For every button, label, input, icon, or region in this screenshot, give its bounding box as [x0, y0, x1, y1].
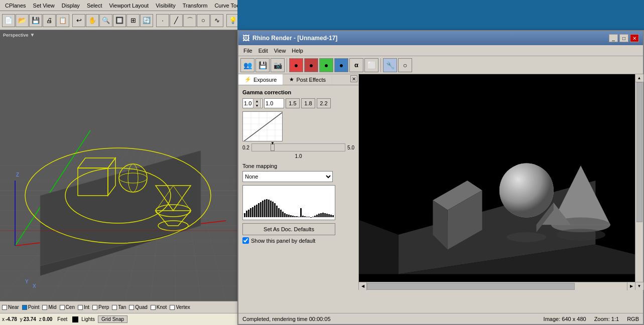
- slider-min-label: 0.2: [242, 145, 249, 150]
- gamma-graph-svg: [243, 112, 283, 141]
- render-tb-wrench[interactable]: 🔧: [383, 58, 397, 72]
- panel-close-x[interactable]: ✕: [350, 75, 357, 82]
- tone-mapping-select[interactable]: None Black White Point Logarithmic: [242, 171, 333, 182]
- toolbar-rotate[interactable]: 🔄: [140, 14, 153, 27]
- render-menu-file[interactable]: File: [240, 47, 255, 55]
- grid-snap-button[interactable]: Grid Snap: [98, 315, 127, 323]
- menu-visibility[interactable]: Visibility: [153, 2, 179, 10]
- render-completed-text: Completed, rendering time 00:00:05: [242, 316, 331, 322]
- menu-select[interactable]: Select: [84, 2, 105, 10]
- toolbar-point[interactable]: ·: [156, 14, 169, 27]
- render-tb-circle[interactable]: ○: [398, 58, 412, 72]
- render-tb-green[interactable]: ●: [319, 58, 333, 72]
- render-scene-svg: [359, 74, 635, 282]
- svg-text:Y: Y: [25, 279, 29, 284]
- snap-quad[interactable]: Quad: [129, 304, 147, 310]
- render-tb-red2[interactable]: ●: [304, 58, 318, 72]
- panel-content: Gamma correction 1.0 ▲ ▼ 1.0 1.5 1.8: [238, 85, 358, 290]
- menu-viewportlayout[interactable]: Viewport Layout: [106, 2, 152, 10]
- render-tb-red[interactable]: ●: [289, 58, 303, 72]
- set-defaults-button[interactable]: Set As Doc. Defaults: [242, 223, 335, 235]
- render-image-size: Image: 640 x 480: [544, 316, 586, 322]
- toolbar-pan[interactable]: ✋: [86, 14, 99, 27]
- toolbar-arc[interactable]: ⌒: [183, 14, 196, 27]
- toolbar-open[interactable]: 📂: [16, 14, 29, 27]
- toolbar-new[interactable]: 📄: [2, 14, 15, 27]
- snap-cen[interactable]: Cen: [60, 304, 75, 310]
- lights-indicator: [72, 316, 78, 322]
- gamma-value-input[interactable]: 1.0 ▲ ▼: [242, 98, 263, 108]
- render-hscrollbar[interactable]: ◀ ▶: [359, 282, 635, 290]
- tab-posteffects[interactable]: ★ Post Effects: [283, 74, 332, 85]
- render-restore-btn[interactable]: □: [619, 34, 628, 42]
- gamma-slider-track[interactable]: ▼: [251, 143, 345, 151]
- toolbar-zoom-ext[interactable]: ⊞: [126, 14, 140, 27]
- render-tb-people[interactable]: 👥: [240, 58, 254, 72]
- render-close-btn[interactable]: ✕: [630, 34, 639, 42]
- spin-up[interactable]: ▲: [253, 99, 261, 103]
- toolbar-line[interactable]: ╱: [170, 14, 183, 27]
- gamma-value2-input[interactable]: 1.0: [264, 98, 284, 108]
- render-menu-edit[interactable]: Edit: [255, 47, 271, 55]
- vscroll-down-btn[interactable]: ▼: [635, 282, 643, 290]
- show-panel-cb-input[interactable]: [242, 237, 249, 244]
- render-tb-cube[interactable]: ⬜: [364, 58, 378, 72]
- svg-rect-76: [286, 214, 288, 217]
- render-vscrollbar[interactable]: ▲ ▼: [635, 74, 643, 290]
- viewport-dropdown-icon[interactable]: ▼: [30, 32, 35, 38]
- svg-rect-92: [318, 214, 320, 217]
- coord-z: z 0.00: [39, 316, 52, 322]
- svg-rect-63: [260, 202, 262, 217]
- svg-rect-67: [268, 200, 270, 217]
- gamma-preset-15[interactable]: 1.5: [286, 98, 300, 108]
- snap-knot[interactable]: Knot: [151, 304, 167, 310]
- viewport-3d[interactable]: Perspective ▼: [0, 30, 237, 301]
- toolbar-zoom-window[interactable]: 🔲: [113, 14, 126, 27]
- toolbar-print[interactable]: 🖨: [43, 14, 56, 27]
- render-tb-blue[interactable]: ●: [334, 58, 348, 72]
- hscroll-track[interactable]: [367, 282, 627, 290]
- hscroll-left-btn[interactable]: ◀: [359, 282, 367, 290]
- gamma-preset-22[interactable]: 2.2: [317, 98, 331, 108]
- vscroll-up-btn[interactable]: ▲: [635, 74, 643, 82]
- snap-vertex[interactable]: Vertex: [170, 304, 190, 310]
- snap-perp[interactable]: Perp: [92, 304, 109, 310]
- svg-point-114: [507, 232, 547, 242]
- render-menu-help[interactable]: Help: [289, 47, 306, 55]
- gamma-preset-18[interactable]: 1.8: [301, 98, 315, 108]
- vscroll-thumb[interactable]: [636, 82, 642, 222]
- spin-down[interactable]: ▼: [253, 103, 261, 108]
- slider-current-val: 1.0: [242, 153, 354, 159]
- toolbar-save[interactable]: 💾: [29, 14, 42, 27]
- gamma-spinner[interactable]: ▲ ▼: [253, 98, 261, 108]
- snap-point[interactable]: Point: [22, 304, 40, 310]
- snap-mid[interactable]: Mid: [42, 304, 56, 310]
- toolbar-copy[interactable]: 📋: [56, 14, 69, 27]
- render-tb-alpha[interactable]: α: [349, 58, 363, 72]
- render-menu-view[interactable]: View: [271, 47, 289, 55]
- render-minimize-btn[interactable]: _: [609, 34, 618, 42]
- render-tb-camera[interactable]: 📷: [271, 58, 285, 72]
- menu-transform[interactable]: Transform: [180, 2, 211, 10]
- vscroll-track[interactable]: [636, 82, 643, 282]
- svg-text:X: X: [33, 283, 36, 289]
- snap-tan[interactable]: Tan: [112, 304, 126, 310]
- svg-point-115: [556, 229, 605, 241]
- render-tb-save[interactable]: 💾: [255, 58, 270, 72]
- toolbar-zoom-in[interactable]: 🔍: [99, 14, 112, 27]
- hscroll-right-btn[interactable]: ▶: [627, 282, 635, 290]
- svg-rect-57: [248, 210, 249, 217]
- svg-rect-78: [290, 215, 292, 217]
- menu-setview[interactable]: Set View: [30, 2, 58, 10]
- tab-exposure[interactable]: ⚡ Exposure: [238, 74, 283, 85]
- menu-display[interactable]: Display: [59, 2, 83, 10]
- hscroll-thumb[interactable]: [367, 283, 575, 290]
- menu-cplanes[interactable]: CPlanes: [2, 2, 29, 10]
- snap-near[interactable]: Near: [2, 304, 19, 310]
- render-menubar: File Edit View Help: [238, 45, 643, 56]
- toolbar-curve[interactable]: ∿: [210, 14, 223, 27]
- toolbar-undo[interactable]: ↩: [72, 14, 85, 27]
- snap-int[interactable]: Int: [78, 304, 89, 310]
- toolbar-circle[interactable]: ○: [197, 14, 210, 27]
- tone-label: Tone mapping: [242, 163, 354, 169]
